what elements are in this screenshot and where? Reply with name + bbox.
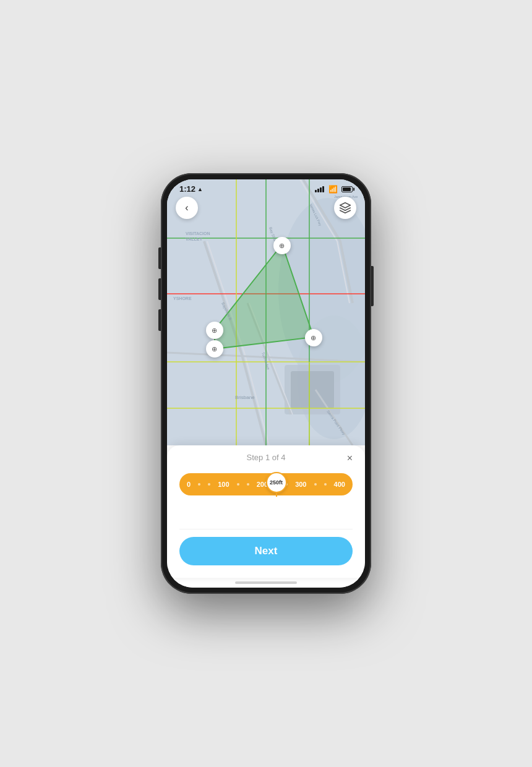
svg-text:YSHORE: YSHORE <box>173 296 192 301</box>
signal-bars <box>315 186 324 192</box>
svg-text:VISITACION: VISITACION <box>186 231 210 236</box>
drag-handle-left[interactable]: ⊕ <box>206 322 223 339</box>
divider <box>179 529 353 529</box>
status-bar: 1:12 ▲ 📶 <box>167 179 365 196</box>
svg-text:Brisbane: Brisbane <box>235 395 255 400</box>
chevron-left-icon: ‹ <box>185 202 188 213</box>
next-button[interactable]: Next <box>179 537 353 565</box>
slider-tick-400: 400 <box>334 481 345 488</box>
status-time: 1:12 <box>179 184 195 194</box>
move-icon: ⊕ <box>311 334 316 342</box>
battery-icon <box>341 186 353 192</box>
move-icon: ⊕ <box>212 327 217 335</box>
slider-section[interactable]: 250ft 0 100 200 <box>179 473 353 521</box>
back-button[interactable]: ‹ <box>176 197 198 219</box>
phone-frame: 1:12 ▲ 📶 <box>161 173 371 594</box>
slider-tick-100: 100 <box>218 481 229 488</box>
map-area[interactable]: Bay Shore Fwy Bayshore B Tunnel Ave Sier… <box>167 179 365 445</box>
slider-tick-0: 0 <box>187 481 191 488</box>
wifi-icon: 📶 <box>328 185 338 194</box>
svg-text:VALLEY: VALLEY <box>186 237 202 241</box>
move-icon: ⊕ <box>212 345 217 353</box>
drag-handle-right[interactable]: ⊕ <box>305 329 322 346</box>
phone-screen: 1:12 ▲ 📶 <box>167 179 365 588</box>
close-button[interactable]: × <box>347 453 353 464</box>
location-arrow-icon: ▲ <box>197 186 203 192</box>
drag-handle-top[interactable]: ⊕ <box>273 237 291 254</box>
home-indicator <box>167 578 365 588</box>
status-icons: 📶 <box>315 185 353 194</box>
slider-tick-300: 300 <box>295 481 306 488</box>
slider-thumb-label: 250ft <box>266 472 287 493</box>
move-icon: ⊕ <box>279 242 285 250</box>
layers-button[interactable] <box>334 197 356 219</box>
svg-rect-4 <box>291 371 334 408</box>
drag-handle-bottom-left[interactable]: ⊕ <box>206 340 223 358</box>
layers-icon <box>339 202 351 214</box>
bottom-panel: Step 1 of 4 × 250ft 0 100 <box>167 445 365 578</box>
map-svg: Bay Shore Fwy Bayshore B Tunnel Ave Sier… <box>167 179 365 445</box>
step-label: Step 1 of 4 <box>179 453 353 462</box>
